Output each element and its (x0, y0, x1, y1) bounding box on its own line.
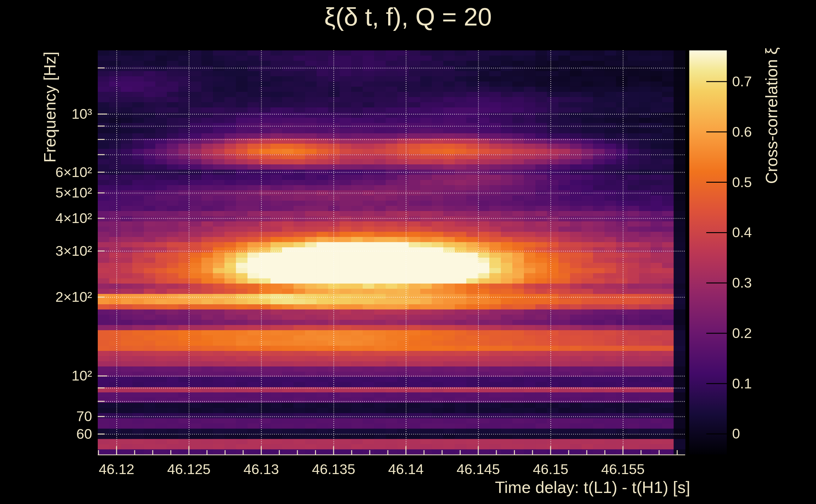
x-tick-label: 46.125 (154, 461, 224, 478)
heatmap-canvas (0, 0, 816, 504)
y-tick-label: 10³ (9, 105, 92, 123)
colorbar-tick-label: 0.4 (732, 224, 786, 241)
colorbar-tick-label: 0.3 (732, 274, 786, 292)
x-tick-label: 46.15 (516, 461, 585, 478)
x-tick-label: 46.145 (444, 461, 513, 478)
y-tick-label: 5×10² (9, 184, 92, 202)
colorbar-tick-label: 0.5 (732, 174, 786, 191)
colorbar-tick-label: 0.7 (732, 73, 786, 90)
y-tick-label: 4×10² (9, 209, 92, 227)
x-tick-label: 46.14 (371, 461, 440, 478)
colorbar-tick-label: 0.1 (732, 375, 786, 392)
x-tick-label: 46.135 (299, 461, 368, 478)
y-tick-label: 2×10² (9, 288, 92, 306)
x-axis-title: Time delay: t(L1) - t(H1) [s] (406, 478, 690, 496)
colorbar-tick-label: 0 (732, 425, 786, 443)
plot-title: ξ(δ t, f), Q = 20 (0, 3, 816, 31)
y-tick-label: 10² (9, 367, 92, 385)
colorbar-tick-label: 0.6 (732, 123, 786, 141)
x-tick-label: 46.13 (227, 461, 296, 478)
x-tick-label: 46.12 (82, 461, 151, 478)
colorbar-tick-label: 0.2 (732, 324, 786, 342)
y-tick-label: 6×10² (9, 163, 92, 181)
figure: ξ(δ t, f), Q = 20 Frequency [Hz] Time de… (0, 0, 816, 504)
y-tick-label: 60 (9, 425, 92, 443)
y-tick-label: 70 (9, 408, 92, 425)
y-tick-label: 3×10² (9, 242, 92, 260)
x-tick-label: 46.155 (588, 461, 658, 478)
